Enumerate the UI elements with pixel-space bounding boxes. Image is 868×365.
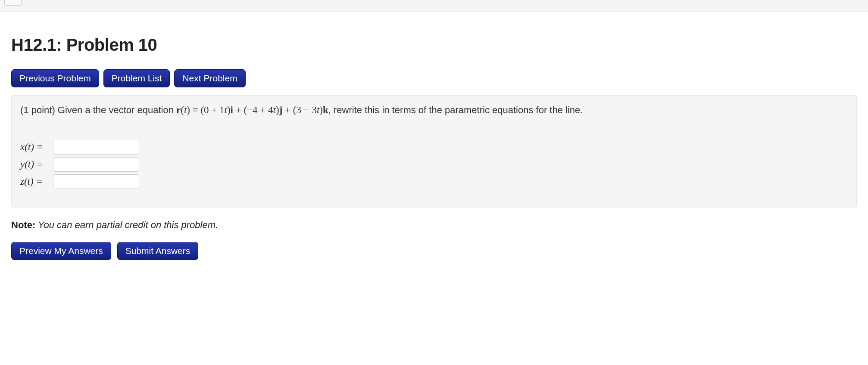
problem-list-button[interactable]: Problem List	[103, 69, 170, 87]
close-j: )	[276, 105, 279, 115]
note-text: You can earn partial credit on this prob…	[35, 220, 218, 230]
plus-1: + (−4 + 4	[233, 105, 273, 115]
z-label: z(t) =	[20, 176, 49, 187]
problem-statement: (1 point) Given a the vector equation r(…	[20, 103, 848, 117]
y-input[interactable]	[53, 157, 139, 172]
y-label: y(t) =	[20, 159, 49, 170]
next-problem-button[interactable]: Next Problem	[174, 69, 245, 87]
lead-text: Given a the vector equation	[58, 105, 176, 115]
k-unit: k	[323, 105, 328, 115]
x-input[interactable]	[53, 140, 139, 155]
r-symbol: r	[176, 105, 181, 115]
y-equation-row: y(t) =	[20, 157, 848, 172]
action-row: Preview My Answers Submit Answers	[11, 242, 857, 260]
problem-box: (1 point) Given a the vector equation r(…	[11, 95, 857, 207]
x-label: x(t) =	[20, 142, 49, 153]
partial-credit-note: Note: You can earn partial credit on thi…	[11, 220, 857, 231]
paren-open: (	[181, 105, 184, 115]
z-input[interactable]	[53, 174, 139, 189]
topbar-button[interactable]	[4, 0, 22, 6]
problem-nav: Previous Problem Problem List Next Probl…	[11, 69, 857, 87]
expr-1: ) = (0 + 1	[187, 105, 224, 115]
topbar	[0, 0, 868, 12]
previous-problem-button[interactable]: Previous Problem	[11, 69, 99, 87]
page-title: H12.1: Problem 10	[11, 35, 857, 55]
close-k: )	[319, 105, 323, 115]
z-equation-row: z(t) =	[20, 174, 848, 189]
close-i: )	[227, 105, 231, 115]
x-equation-row: x(t) =	[20, 140, 848, 155]
preview-answers-button[interactable]: Preview My Answers	[11, 242, 111, 260]
plus-2: + (3 − 3	[282, 105, 317, 115]
trail-text: , rewrite this in terms of the parametri…	[328, 105, 583, 115]
note-label: Note:	[11, 220, 35, 230]
submit-answers-button[interactable]: Submit Answers	[117, 242, 199, 260]
points-prefix: (1 point)	[20, 105, 58, 115]
main-content: H12.1: Problem 10 Previous Problem Probl…	[0, 12, 868, 277]
